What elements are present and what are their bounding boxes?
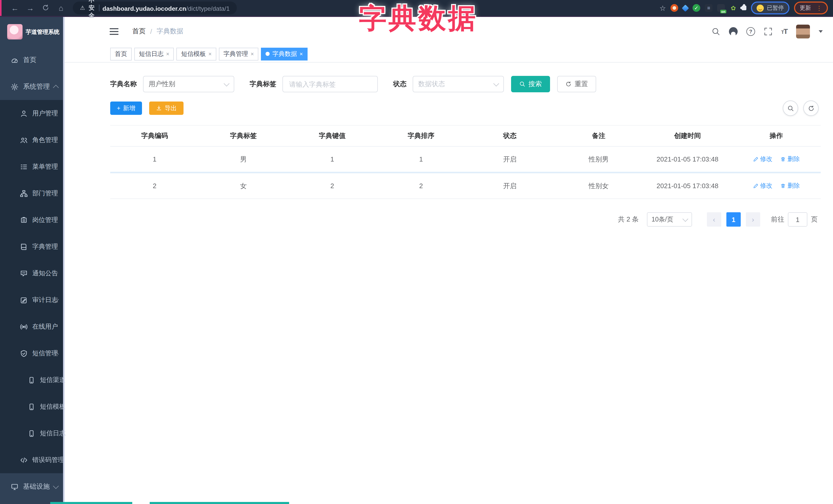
sidebar-item-audit-logs[interactable]: 审计日志 — [0, 287, 65, 313]
tab-label: 短信日志 — [139, 49, 164, 58]
sidebar-item-sms-channel[interactable]: 短信渠道 — [0, 367, 65, 393]
sidebar-item-notices[interactable]: 通知公告 — [0, 260, 65, 287]
sidebar-item-sms[interactable]: 短信管理 — [0, 340, 65, 367]
status-select[interactable]: 数据状态 — [413, 76, 504, 92]
close-icon[interactable]: × — [166, 51, 169, 57]
security-label: 不安全 — [89, 0, 95, 20]
extensions-puzzle-icon[interactable] — [742, 6, 746, 10]
edit-link[interactable]: 修改 — [753, 182, 772, 190]
pencil-icon — [753, 157, 758, 162]
sidebar-item-menus[interactable]: 菜单管理 — [0, 153, 65, 180]
main-area: 首页 / 字典数据 ? TT 首页 — [65, 17, 833, 504]
browser-home-button[interactable]: ⌂ — [56, 4, 66, 12]
sidebar-item-online-users[interactable]: 在线用户 — [0, 313, 65, 340]
extension-leaf-icon[interactable]: ✿ — [730, 4, 737, 12]
cell-code: 1 — [110, 146, 199, 172]
browser-forward-button[interactable]: → — [26, 4, 35, 12]
sidebar-item-users[interactable]: 用户管理 — [0, 100, 65, 127]
col-dict-code: 字典编码 — [110, 125, 199, 146]
extension-switch-icon[interactable]: on — [717, 4, 725, 12]
add-button[interactable]: + 新增 — [110, 101, 142, 115]
sidebar-item-label: 在线用户 — [32, 322, 58, 331]
log-icon — [20, 296, 28, 304]
page-1-button[interactable]: 1 — [727, 212, 741, 226]
browser-reload-button[interactable] — [41, 4, 50, 12]
tab-home[interactable]: 首页 — [110, 47, 132, 60]
refresh-table-button[interactable] — [803, 100, 819, 116]
close-icon[interactable]: × — [251, 51, 254, 57]
breadcrumb-current: 字典数据 — [157, 27, 183, 36]
search-button[interactable]: 搜索 — [511, 76, 550, 92]
close-icon[interactable]: × — [300, 51, 303, 57]
tab-dict-data[interactable]: 字典数据 × — [261, 47, 308, 60]
goto-page-input[interactable] — [788, 212, 807, 226]
breadcrumb-home[interactable]: 首页 — [132, 27, 146, 36]
extension-gem-icon[interactable] — [682, 4, 689, 11]
dict-name-label: 字典名称 — [110, 79, 137, 89]
bottom-edge-artifact — [150, 502, 289, 504]
hamburger-icon[interactable] — [110, 28, 118, 34]
chat-icon — [20, 269, 28, 277]
export-button-label: 导出 — [165, 104, 177, 113]
browser-update-pill[interactable]: 更新 ⋮ — [794, 2, 828, 14]
avatar-caret-icon[interactable] — [819, 30, 823, 32]
tab-sms-log[interactable]: 短信日志 × — [134, 47, 174, 60]
cell-status: 开启 — [466, 172, 554, 199]
app-logo-row[interactable]: 芋道管理系统 — [0, 17, 65, 47]
sidebar-item-sms-template[interactable]: 短信模板 — [0, 393, 65, 420]
address-bar[interactable]: ⚠ 不安全 dashboard.yudao.iocoder.cn/dict/ty… — [73, 2, 237, 14]
reset-button-label: 重置 — [575, 79, 588, 89]
dict-name-select[interactable]: 用户性别 — [143, 76, 234, 92]
browser-back-button[interactable]: ← — [10, 4, 20, 12]
sidebar-item-system[interactable]: 系统管理 — [0, 73, 65, 100]
profile-paused-pill[interactable]: 已暂停 — [751, 2, 789, 14]
dict-label-input[interactable] — [288, 80, 372, 89]
delete-link-label: 删除 — [787, 155, 800, 164]
edit-link[interactable]: 修改 — [753, 155, 772, 164]
extension-orange-icon[interactable] — [670, 4, 678, 12]
url-host: dashboard.yudao.iocoder.cn — [102, 5, 186, 12]
browser-menu-icon[interactable]: ⋮ — [816, 5, 822, 11]
bookmark-star-icon[interactable]: ☆ — [660, 4, 666, 12]
tab-sms-template[interactable]: 短信模板 × — [176, 47, 216, 60]
github-icon[interactable] — [729, 27, 738, 35]
dict-label-label: 字典标签 — [249, 79, 276, 89]
tab-label: 字典数据 — [272, 49, 297, 58]
export-button[interactable]: 导出 — [149, 101, 184, 115]
reset-button[interactable]: 重置 — [557, 76, 596, 92]
sidebar-item-dicts[interactable]: 字典管理 — [0, 233, 65, 260]
screen: ← → ⌂ ⚠ 不安全 dashboard.yudao.iocoder.cn/d… — [0, 0, 833, 504]
users-icon — [20, 136, 28, 144]
breadcrumb: 首页 / 字典数据 — [132, 27, 183, 36]
sidebar-item-error-codes[interactable]: 错误码管理 — [0, 447, 65, 473]
search-icon[interactable] — [712, 27, 720, 35]
next-page-button[interactable]: › — [746, 212, 760, 226]
col-remark: 备注 — [554, 125, 643, 146]
cell-sort: 1 — [377, 146, 466, 172]
prev-page-button[interactable]: ‹ — [707, 212, 721, 226]
sidebar-item-roles[interactable]: 角色管理 — [0, 127, 65, 153]
plus-icon: + — [117, 104, 120, 112]
app-title: 芋道管理系统 — [26, 28, 60, 35]
delete-link[interactable]: 删除 — [780, 182, 800, 190]
close-icon[interactable]: × — [208, 51, 212, 57]
extension-bars-icon[interactable]: ≡ — [705, 4, 713, 12]
sidebar-item-home[interactable]: 首页 — [0, 47, 65, 73]
user-avatar[interactable] — [796, 24, 810, 38]
font-size-icon[interactable]: TT — [781, 27, 787, 35]
extension-check-icon[interactable]: ✓ — [693, 4, 700, 12]
delete-link[interactable]: 删除 — [780, 155, 800, 164]
sidebar-item-infrastructure[interactable]: 基础设施 — [0, 473, 65, 500]
sidebar-item-sms-log[interactable]: 短信日志 — [0, 420, 65, 447]
sidebar-item-departments[interactable]: 部门管理 — [0, 180, 65, 207]
status-placeholder: 数据状态 — [418, 79, 445, 89]
chevron-down-icon — [53, 483, 59, 489]
page-size-select[interactable]: 10条/页 — [647, 212, 692, 226]
tab-dict-manage[interactable]: 字典管理 × — [219, 47, 259, 60]
help-icon[interactable]: ? — [746, 27, 755, 35]
toggle-search-button[interactable] — [783, 100, 798, 116]
sidebar-item-posts[interactable]: 岗位管理 — [0, 207, 65, 233]
edit-link-label: 修改 — [760, 182, 772, 190]
tab-label: 首页 — [115, 49, 127, 58]
fullscreen-icon[interactable] — [764, 27, 772, 35]
